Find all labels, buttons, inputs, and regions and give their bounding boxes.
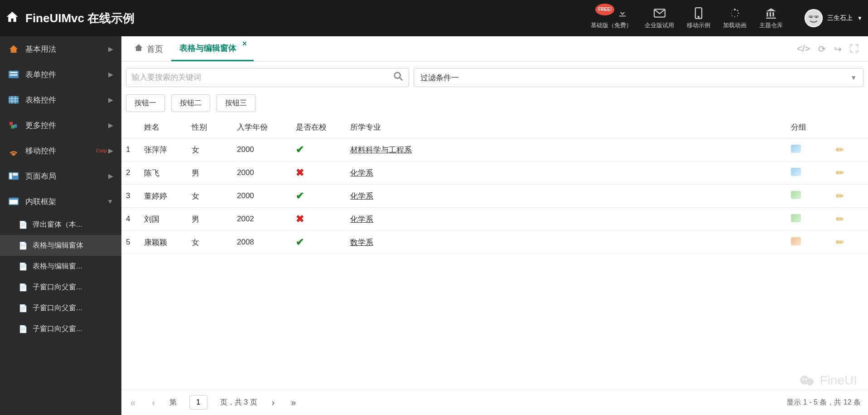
- pager-prefix: 第: [169, 398, 177, 407]
- tag-icon[interactable]: [791, 191, 801, 199]
- sidebar-subitem-child1[interactable]: 📄 子窗口向父窗...: [0, 277, 121, 298]
- cell-gender: 男: [187, 208, 232, 231]
- chevron-down-icon: ▼: [107, 198, 113, 205]
- pager-last-icon[interactable]: »: [289, 395, 298, 410]
- table-row[interactable]: 3董婷婷女2000✔化学系✎: [121, 185, 868, 208]
- svg-point-7: [734, 16, 735, 17]
- major-link[interactable]: 化学系: [350, 192, 373, 200]
- sidebar-item-grid[interactable]: 表格控件 ▶: [0, 87, 121, 112]
- filter-select[interactable]: 过滤条件一 ▼: [414, 68, 863, 87]
- user-menu[interactable]: 三生石上 ▼: [805, 9, 863, 27]
- cell-index: 3: [121, 185, 140, 208]
- search-icon[interactable]: [393, 71, 403, 84]
- cell-edit: ✎: [832, 231, 868, 254]
- sidebar-item-iframe[interactable]: 内联框架 ▼: [0, 189, 121, 214]
- sidebar-label: 内联框架: [25, 196, 107, 207]
- pencil-icon[interactable]: ✎: [834, 236, 847, 249]
- tab-grid-edit[interactable]: 表格与编辑窗体 ✕: [171, 36, 254, 61]
- svg-rect-31: [13, 173, 18, 176]
- pager-suffix: 页，共 3 页: [220, 398, 257, 407]
- chevron-down-icon: ▼: [850, 74, 857, 81]
- nav-item-basic[interactable]: FREE! 基础版（免费）: [591, 7, 632, 29]
- pager-next-icon[interactable]: ›: [270, 395, 277, 410]
- major-link[interactable]: 材料科学与工程系: [350, 146, 412, 154]
- header-nav: FREE! 基础版（免费） 企业版试用 移动示例 加载动画 主题仓库 三生石上 …: [591, 7, 863, 29]
- button-two[interactable]: 按钮二: [171, 94, 210, 112]
- search-input[interactable]: [132, 73, 393, 82]
- tag-icon[interactable]: [791, 237, 801, 245]
- pencil-icon[interactable]: ✎: [834, 190, 847, 203]
- pager: « ‹ 第 页，共 3 页 › » 显示 1 - 5 条，共 12 条: [121, 389, 868, 415]
- sidebar-item-basic[interactable]: 基本用法 ▶: [0, 36, 121, 62]
- svg-rect-18: [10, 72, 18, 73]
- button-one[interactable]: 按钮一: [126, 94, 165, 112]
- cell-oncampus: ✔: [291, 138, 346, 161]
- check-icon: ✔: [296, 144, 304, 155]
- svg-point-12: [805, 10, 822, 26]
- sidebar-subitem-grid-edit2[interactable]: 📄 表格与编辑窗...: [0, 256, 121, 277]
- sidebar-subitem-child3[interactable]: 📄 子窗口向父窗...: [0, 318, 121, 339]
- share-icon[interactable]: ↪: [834, 44, 842, 54]
- header: FineUIMvc 在线示例 FREE! 基础版（免费） 企业版试用 移动示例 …: [0, 0, 868, 36]
- chevron-right-icon: ▶: [108, 45, 113, 53]
- th-year[interactable]: 入学年份: [232, 117, 291, 138]
- nav-item-mobile[interactable]: 移动示例: [687, 7, 710, 29]
- cell-index: 2: [121, 161, 140, 185]
- sidebar-label: 基本用法: [25, 44, 108, 54]
- th-name[interactable]: 姓名: [140, 117, 187, 138]
- refresh-icon[interactable]: ⟳: [818, 44, 826, 54]
- th-major[interactable]: 所学专业: [346, 117, 786, 138]
- major-link[interactable]: 化学系: [350, 215, 373, 224]
- major-link[interactable]: 数学系: [350, 238, 373, 247]
- chevron-right-icon: ▶: [108, 96, 113, 103]
- cell-oncampus: ✔: [291, 185, 346, 208]
- table-row[interactable]: 1张萍萍女2000✔材料科学与工程系✎: [121, 138, 868, 161]
- tag-icon[interactable]: [791, 168, 801, 176]
- sidebar-subitem-grid-edit[interactable]: 📄 表格与编辑窗体: [0, 235, 121, 256]
- tag-icon[interactable]: [791, 214, 801, 222]
- pencil-icon[interactable]: ✎: [834, 166, 847, 180]
- button-three[interactable]: 按钮三: [217, 94, 256, 112]
- svg-rect-30: [10, 173, 12, 179]
- pencil-icon[interactable]: ✎: [834, 143, 847, 156]
- tag-icon[interactable]: [791, 145, 801, 153]
- sidebar-item-mobile[interactable]: 移动控件 Corp. ▶: [0, 138, 121, 163]
- table-row[interactable]: 4刘国男2002✖化学系✎: [121, 208, 868, 231]
- table-row[interactable]: 2陈飞男2000✖化学系✎: [121, 161, 868, 185]
- tab-home[interactable]: 首页: [126, 36, 171, 61]
- file-icon: 📄: [19, 325, 27, 333]
- check-icon: ✔: [296, 236, 304, 248]
- sidebar-label: 更多控件: [25, 120, 108, 131]
- table-header-row: 姓名 性别 入学年份 是否在校 所学专业 分组: [121, 117, 868, 138]
- home-icon[interactable]: [5, 10, 19, 27]
- pager-first-icon[interactable]: «: [129, 395, 137, 410]
- nav-label: 基础版（免费）: [591, 21, 632, 29]
- expand-icon[interactable]: ⛶: [850, 44, 859, 54]
- cell-edit: ✎: [832, 161, 868, 185]
- sidebar-item-layout[interactable]: 页面布局 ▶: [0, 163, 121, 189]
- nav-item-themes[interactable]: 主题仓库: [759, 7, 783, 29]
- th-gender[interactable]: 性别: [187, 117, 232, 138]
- sidebar-item-more[interactable]: 更多控件 ▶: [0, 112, 121, 138]
- cell-index: 1: [121, 138, 140, 161]
- major-link[interactable]: 化学系: [350, 169, 373, 177]
- nav-item-loading[interactable]: 加载动画: [723, 7, 747, 29]
- nav-item-enterprise[interactable]: 企业版试用: [645, 7, 674, 29]
- sidebar-subitem-child2[interactable]: 📄 子窗口向父窗...: [0, 298, 121, 318]
- th-group[interactable]: 分组: [786, 117, 832, 138]
- pencil-icon[interactable]: ✎: [834, 213, 847, 226]
- pager-prev-icon[interactable]: ‹: [150, 395, 157, 410]
- table-row[interactable]: 5康颖颖女2008✔数学系✎: [121, 231, 868, 254]
- file-icon: 📄: [19, 262, 27, 270]
- cell-major: 化学系: [346, 185, 786, 208]
- th-oncampus[interactable]: 是否在校: [291, 117, 346, 138]
- sidebar-label: 页面布局: [25, 171, 108, 181]
- code-icon[interactable]: </>: [797, 44, 810, 54]
- close-icon[interactable]: ✕: [242, 40, 247, 47]
- sidebar-item-form[interactable]: 表单控件 ▶: [0, 62, 121, 87]
- cell-group: [786, 185, 832, 208]
- file-icon: 📄: [19, 304, 27, 312]
- sidebar-subitem-popup[interactable]: 📄 弹出窗体（本...: [0, 214, 121, 235]
- pager-input[interactable]: [189, 395, 207, 410]
- bank-icon: [765, 7, 777, 20]
